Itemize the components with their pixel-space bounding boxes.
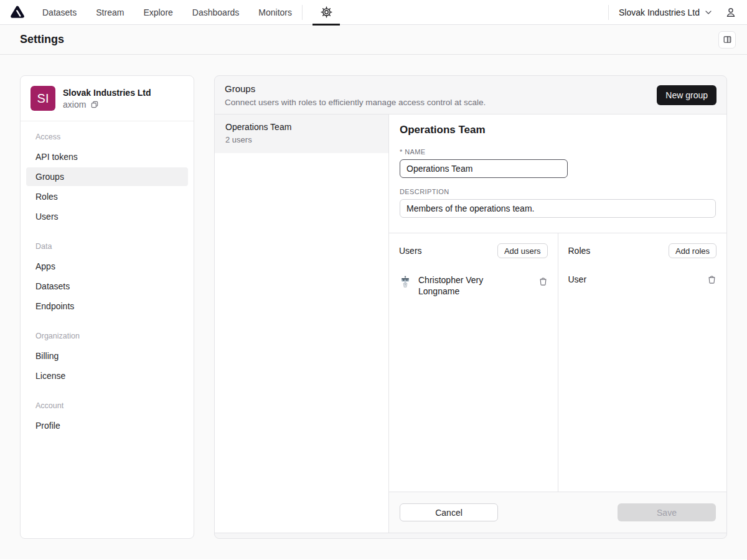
docs-panel-button[interactable]: [718, 31, 736, 49]
group-membership-columns: Users Add users: [389, 233, 726, 492]
section-label: Access: [21, 129, 194, 146]
sidebar-item-users[interactable]: Users: [26, 207, 188, 226]
sidebar-section-data: Data Apps Datasets Endpoints: [21, 231, 194, 320]
save-button[interactable]: Save: [618, 503, 716, 521]
roles-column: Roles Add roles User: [558, 233, 727, 492]
groups-panel: Groups Connect users with roles to effic…: [214, 75, 727, 539]
trash-icon: [707, 274, 716, 284]
user-row: Christopher Very Longname: [399, 274, 548, 297]
new-group-button[interactable]: New group: [657, 85, 716, 105]
sidebar-section-account: Account Profile: [21, 390, 194, 440]
sidebar-item-billing[interactable]: Billing: [26, 347, 188, 365]
section-label: Organization: [21, 328, 194, 345]
org-header: SI Slovak Industries Ltd axiom: [21, 76, 194, 121]
group-list: Operations Team 2 users: [215, 114, 389, 533]
axiom-logo-icon[interactable]: [10, 5, 25, 20]
org-slug: axiom: [63, 100, 86, 110]
page-title: Settings: [20, 33, 64, 46]
nav-tab-settings[interactable]: [312, 0, 340, 25]
user-icon: [725, 6, 737, 19]
nav-item-explore[interactable]: Explore: [143, 7, 172, 17]
nav-divider-right: [608, 5, 609, 20]
groups-title: Groups: [225, 83, 486, 94]
copy-icon: [90, 100, 99, 109]
description-field-label: DESCRIPTION: [400, 188, 716, 195]
group-detail-title: Operations Team: [400, 124, 716, 136]
sidebar-section-organization: Organization Billing License: [21, 320, 194, 390]
sidebar-item-datasets[interactable]: Datasets: [26, 277, 188, 296]
org-avatar: SI: [31, 86, 55, 111]
nav-item-datasets[interactable]: Datasets: [42, 7, 77, 17]
sidebar-item-roles[interactable]: Roles: [26, 187, 188, 206]
sidebar-section-access: Access API tokens Groups Roles Users: [21, 121, 194, 231]
org-switcher[interactable]: Slovak Industries Ltd: [619, 7, 713, 17]
add-users-button[interactable]: Add users: [497, 243, 548, 258]
settings-sidebar: SI Slovak Industries Ltd axiom: [20, 75, 194, 539]
nav-divider: [302, 5, 303, 20]
gear-icon: [320, 6, 333, 19]
name-field-label: * NAME: [400, 148, 716, 156]
group-list-item[interactable]: Operations Team 2 users: [215, 114, 388, 153]
group-detail-footer: Cancel Save: [389, 492, 726, 533]
remove-user-button[interactable]: [538, 276, 548, 286]
nav-item-dashboards[interactable]: Dashboards: [192, 7, 240, 17]
users-column-title: Users: [399, 246, 422, 256]
trash-icon: [538, 276, 548, 286]
book-icon: [723, 35, 732, 44]
roles-column-title: Roles: [568, 246, 591, 256]
nav-item-stream[interactable]: Stream: [96, 7, 124, 17]
group-detail-form: Operations Team * NAME DESCRIPTION: [389, 114, 726, 233]
sidebar-item-apps[interactable]: Apps: [26, 257, 188, 276]
sidebar-item-endpoints[interactable]: Endpoints: [26, 297, 188, 315]
add-roles-button[interactable]: Add roles: [669, 243, 716, 258]
sidebar-item-api-tokens[interactable]: API tokens: [26, 147, 188, 166]
group-name: Operations Team: [225, 122, 378, 132]
role-name: User: [568, 274, 587, 284]
user-avatar: [399, 276, 411, 288]
groups-panel-header: Groups Connect users with roles to effic…: [215, 76, 726, 114]
org-name: Slovak Industries Ltd: [63, 88, 151, 98]
org-switcher-label: Slovak Industries Ltd: [619, 7, 700, 17]
sidebar-item-profile[interactable]: Profile: [26, 416, 188, 435]
group-description-input[interactable]: [400, 199, 716, 218]
nav-item-monitors[interactable]: Monitors: [258, 7, 292, 17]
cancel-button[interactable]: Cancel: [400, 503, 498, 521]
groups-panel-body: Operations Team 2 users Operations Team …: [215, 114, 726, 533]
group-user-count: 2 users: [225, 135, 378, 144]
users-column: Users Add users: [389, 233, 558, 492]
account-menu-button[interactable]: [725, 6, 737, 19]
remove-role-button[interactable]: [707, 274, 716, 284]
groups-subtitle: Connect users with roles to efficiently …: [225, 98, 486, 107]
top-nav: Datasets Stream Explore Dashboards Monit…: [0, 0, 747, 25]
sidebar-item-groups[interactable]: Groups: [26, 167, 188, 186]
settings-header-bar: Settings: [0, 25, 747, 55]
nav-links: Datasets Stream Explore Dashboards Monit…: [42, 7, 292, 17]
chevron-down-icon: [703, 7, 713, 17]
sidebar-item-license[interactable]: License: [26, 366, 188, 385]
role-row: User: [568, 274, 717, 284]
group-name-input[interactable]: [400, 159, 568, 178]
user-name: Christopher Very Longname: [418, 274, 494, 297]
section-label: Account: [21, 398, 194, 415]
copy-slug-button[interactable]: [90, 100, 99, 109]
settings-content: SI Slovak Industries Ltd axiom: [0, 55, 747, 559]
group-detail: Operations Team * NAME DESCRIPTION Users…: [389, 114, 726, 533]
section-label: Data: [21, 238, 194, 256]
